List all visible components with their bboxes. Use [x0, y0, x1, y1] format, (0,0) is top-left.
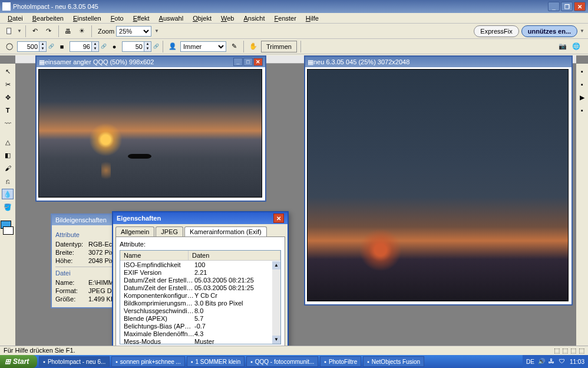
child-maximize-button[interactable]: □ — [243, 58, 253, 66]
path-tool[interactable]: 〰 — [2, 118, 14, 129]
exif-row[interactable]: Datum/Zeit der Erstellung...05.03.2005 0… — [120, 277, 272, 284]
move-tool[interactable]: ✥ — [2, 92, 14, 103]
exif-row[interactable]: EXIF Version2.21 — [120, 269, 272, 277]
exif-table[interactable]: Name Daten ISO-Empfindlichkeit100EXIF Ve… — [120, 250, 281, 344]
tray-network-icon[interactable]: 🖧 — [549, 358, 556, 365]
image-window-2-titlebar[interactable]: ▦ neu 6.3.05 045 (25%) 3072x2048 — [305, 57, 572, 67]
new-button[interactable] — [4, 25, 15, 37]
panel-toggle-2[interactable]: ▪ — [576, 79, 588, 90]
menu-foto[interactable]: Foto — [107, 14, 128, 22]
image-canvas-2[interactable] — [307, 69, 569, 301]
spinner-2-input[interactable] — [70, 43, 91, 50]
link-icon-2[interactable]: 🔗 — [101, 44, 107, 49]
image-window-1[interactable]: ▦ einsamer angler QQQ (50%) 998x602 _ □ … — [35, 55, 266, 202]
tab-0[interactable]: Allgemein — [115, 226, 154, 236]
minimize-button[interactable]: _ — [548, 2, 560, 11]
taskbar-task[interactable]: ▪QQQ - fotocommunit... — [246, 356, 318, 367]
menu-web[interactable]: Web — [217, 14, 238, 22]
crop-tool[interactable]: ✂ — [2, 79, 14, 90]
person-icon[interactable]: 👤 — [167, 41, 179, 52]
dropdown-arrow-icon[interactable]: ▼ — [17, 28, 22, 34]
circle-fill-icon[interactable]: ● — [108, 41, 120, 52]
exif-row[interactable]: Datum/Zeit der Erstellung...05.03.2005 0… — [120, 284, 272, 292]
menu-bearbeiten[interactable]: Bearbeiten — [28, 14, 68, 22]
scrollbar[interactable]: ▲ ▼ — [272, 261, 280, 344]
scroll-down-icon[interactable]: ▼ — [272, 336, 280, 344]
print-button[interactable]: 🖶 — [62, 25, 74, 37]
tab-1[interactable]: JPEG — [156, 226, 183, 236]
immer-combo[interactable]: Immer — [180, 41, 226, 52]
tab-2[interactable]: Kamerainformation (Exif) — [184, 226, 267, 236]
spinner-2[interactable]: ▲▼ — [70, 41, 99, 52]
taskbar-task[interactable]: ▪NetObjects Fusion — [363, 356, 424, 367]
menu-einstellen[interactable]: Einstellen — [69, 14, 105, 22]
menu-objekt[interactable]: Objekt — [189, 14, 216, 22]
taskbar-task[interactable]: ▪sonnen pink+schnee ... — [111, 356, 185, 367]
exif-row[interactable]: ISO-Empfindlichkeit100 — [120, 261, 272, 269]
color-swatches[interactable] — [1, 221, 15, 234]
brush-tool[interactable]: 🖌 — [2, 163, 14, 173]
menu-fenster[interactable]: Fenster — [270, 14, 300, 22]
trimmen-button[interactable]: Trimmen — [261, 41, 297, 52]
panel-toggle-3[interactable]: ▶ — [576, 92, 588, 103]
panel-toggle-4[interactable]: ▪ — [576, 105, 588, 116]
col-name[interactable]: Name — [120, 251, 189, 260]
close-button[interactable]: ✕ — [574, 2, 586, 11]
menu-datei[interactable]: Datei — [4, 14, 27, 22]
zoom-dropdown-icon[interactable]: ▼ — [154, 28, 159, 34]
undo-button[interactable]: ↶ — [29, 25, 41, 37]
clone-tool[interactable]: ⎌ — [2, 176, 14, 186]
wand-icon[interactable]: ✎ — [228, 41, 240, 52]
shape-tool[interactable]: △ — [2, 137, 14, 147]
properties-dialog[interactable]: Eigenschaften ✕ AllgemeinJPEGKamerainfor… — [112, 211, 289, 358]
redo-button[interactable]: ↷ — [43, 25, 55, 37]
tray-icon-3[interactable]: ⬚ — [570, 347, 576, 354]
tray-icon-2[interactable]: ⬚ — [562, 347, 568, 354]
image-window-2[interactable]: ▦ neu 6.3.05 045 (25%) 3072x2048 — [304, 55, 573, 305]
panel-toggle-1[interactable]: ▪ — [576, 66, 588, 77]
col-data[interactable]: Daten — [189, 251, 280, 260]
tray-icon-1[interactable]: ⬚ — [554, 347, 560, 354]
square-tool-icon[interactable]: ■ — [56, 41, 68, 52]
link-icon[interactable]: 🔗 — [48, 44, 54, 49]
link-icon-3[interactable]: 🔗 — [153, 44, 159, 49]
image-window-1-titlebar[interactable]: ▦ einsamer angler QQQ (50%) 998x602 _ □ … — [37, 57, 265, 67]
taskbar-task[interactable]: ▪PhotoImpact - neu 6... — [39, 356, 110, 367]
camera-icon[interactable]: 📷 — [557, 41, 569, 52]
unnutzes-button[interactable]: unnützes en... — [521, 25, 577, 37]
hand-icon[interactable]: ✋ — [247, 41, 259, 52]
ellipse-tool-icon[interactable]: ◯ — [4, 41, 15, 52]
fill-tool[interactable]: 🪣 — [2, 202, 14, 212]
child-minimize-button[interactable]: _ — [233, 58, 243, 66]
scroll-up-icon[interactable]: ▲ — [272, 261, 280, 270]
exif-row[interactable]: Maximale Blendenöffnung...4.3 — [120, 330, 272, 338]
spinner-1-input[interactable] — [18, 43, 39, 50]
exif-row[interactable]: Blende (APEX)5.7 — [120, 315, 272, 323]
exif-row[interactable]: Verschlussgeschwindigke...8.0 — [120, 307, 272, 315]
clock[interactable]: 11:03 — [570, 359, 584, 365]
retouch-tool[interactable]: 💧 — [2, 189, 14, 199]
spinner-3[interactable]: ▲▼ — [122, 41, 151, 52]
exif-row[interactable]: Belichtungs-Bias (APEX)-0.7 — [120, 323, 272, 330]
spinner-3-input[interactable] — [123, 43, 144, 50]
text-tool[interactable]: T — [2, 105, 14, 116]
tray-icon-4[interactable]: ⬚ — [579, 347, 584, 354]
taskbar-task[interactable]: ▪PhotoFiltre — [320, 356, 361, 367]
globe-icon[interactable]: 🌐 — [570, 41, 582, 52]
exif-row[interactable]: Bildkomprimierungsmodus3.0 Bits pro Pixe… — [120, 300, 272, 307]
pointer-tool[interactable]: ↖ — [2, 66, 14, 77]
dialog-close-button[interactable]: ✕ — [273, 213, 284, 223]
restore-button[interactable]: ❐ — [561, 2, 573, 11]
zoom-combo[interactable]: 25% — [116, 26, 151, 37]
lang-indicator[interactable]: DE — [526, 359, 534, 365]
menu-ansicht[interactable]: Ansicht — [239, 14, 269, 22]
brightness-button[interactable]: ☀ — [76, 25, 88, 37]
system-tray[interactable]: DE 🔊 🖧 🛡 11:03 — [523, 355, 588, 368]
eraser-tool[interactable]: ◧ — [2, 150, 14, 160]
spinner-1[interactable]: ▲▼ — [17, 41, 47, 52]
start-button[interactable]: ⊞ Start — [0, 355, 37, 368]
right-dropdown-icon[interactable]: ▼ — [580, 28, 584, 34]
image-canvas-1[interactable] — [38, 69, 262, 198]
expressfix-button[interactable]: ExpressFix — [474, 25, 518, 37]
child-close-button[interactable]: ✕ — [253, 58, 263, 66]
